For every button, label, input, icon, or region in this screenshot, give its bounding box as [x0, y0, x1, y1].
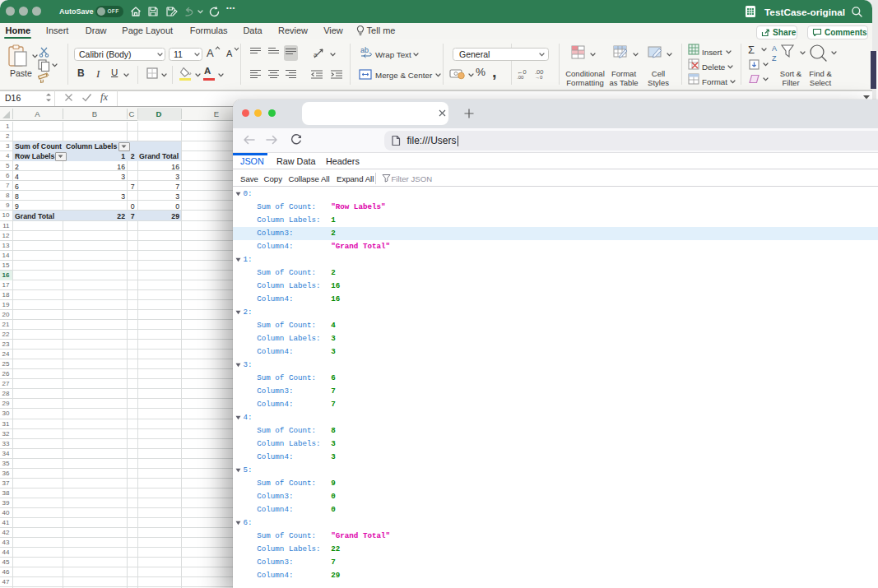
- svg-text:A: A: [772, 44, 777, 53]
- svg-text:.00: .00: [517, 75, 524, 79]
- svg-text:a: a: [314, 51, 318, 58]
- svg-text:→0: →0: [535, 75, 543, 79]
- svg-text:ab: ab: [360, 46, 369, 54]
- svg-text:Z: Z: [772, 54, 777, 63]
